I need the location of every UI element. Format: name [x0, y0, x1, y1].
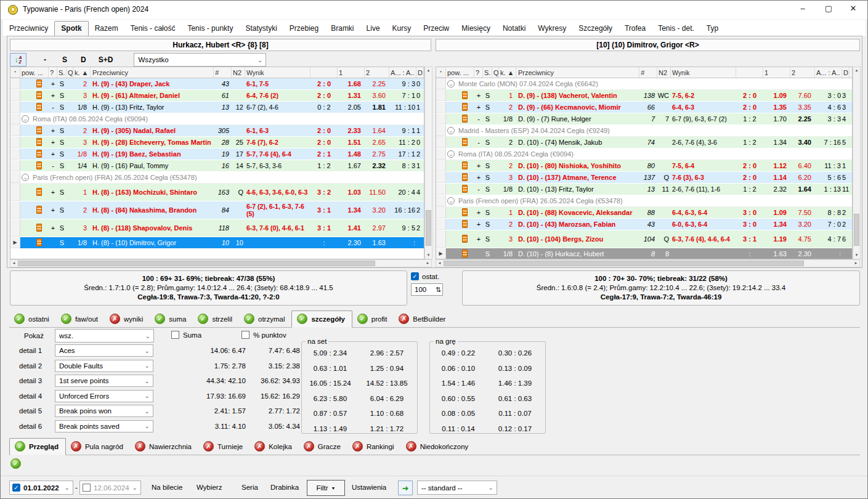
menu-tab-tenis-punkty[interactable]: Tenis - punkty	[181, 22, 239, 36]
tournament-group-row[interactable]: ⌄Madrid - Masters (ESP) 24.04.2024 Cegła…	[436, 125, 852, 137]
menu-tab-wykresy[interactable]: Wykresy	[532, 22, 572, 36]
column-header-s[interactable]: S.	[483, 67, 492, 78]
tournament-group-row[interactable]: ⌄Roma (ITA) 08.05.2024 Cegła (€9094)	[436, 148, 852, 160]
column-header-przeciwnicy[interactable]: Przeciwnicy	[91, 67, 214, 78]
menu-tab-kursy[interactable]: Kursy	[386, 22, 418, 36]
match-row[interactable]: +S2H. (9) - (43) Draper, Jack436-1, 7-52…	[10, 78, 424, 90]
ostat-checkbox-row[interactable]: ✓ ostat.	[411, 272, 460, 280]
match-row[interactable]: -S1/8D. (10) - (13) Fritz, Taylor13112-6…	[436, 184, 852, 195]
spinner-icon[interactable]: ⇅	[436, 286, 441, 294]
bottom-tab-pula-nagród[interactable]: ✗Pula nagród	[66, 439, 130, 455]
detail-stat-select[interactable]: Break points saved⌄	[55, 420, 153, 432]
column-header-1[interactable]: 1	[763, 67, 790, 78]
right-vertical-scrollbar[interactable]: ▲ ▼	[853, 67, 861, 259]
column-header-k[interactable]: k. ▲	[499, 67, 516, 78]
match-row[interactable]: +S3H. (8) - (118) Shapovalov, Denis1186-…	[10, 219, 424, 237]
match-row[interactable]: +S2D. (9) - (66) Kecmanovic, Miomir666-4…	[436, 102, 852, 113]
stats-tab-profit[interactable]: ✓profit	[352, 311, 394, 327]
column-header-d[interactable]: D..	[842, 67, 850, 78]
preset-select[interactable]: -- standard -- ⌄	[417, 481, 497, 495]
menu-tab-spotk[interactable]: Spotk	[54, 21, 88, 36]
menu-tab-przeciwnicy[interactable]: Przeciwnicy	[3, 22, 54, 36]
column-header-[interactable]: ?	[49, 67, 57, 78]
ostat-checkbox[interactable]: ✓	[411, 272, 419, 280]
singles-button[interactable]: S	[59, 55, 71, 64]
match-row[interactable]: -S1/4H. (9) - (16) Paul, Tommy16145-7, 6…	[10, 160, 424, 172]
tournament-group-row[interactable]: ⌄Roma (ITA) 08.05.2024 Cegła (€9094)	[10, 113, 424, 125]
tournament-group-row[interactable]: ⌄Monte Carlo (MON) 07.04.2024 Cegła (€66…	[436, 78, 852, 90]
column-header-pow[interactable]: pow. ...	[446, 67, 474, 78]
ostat-count-input[interactable]: 100 ⇅	[411, 283, 443, 296]
match-filter-select[interactable]: Wszystko ⌄	[134, 53, 266, 67]
menu-tab-bramki[interactable]: Bramki	[325, 22, 360, 36]
match-row[interactable]: +S1D. (10) - (88) Kovacevic, Aleksandar8…	[436, 207, 852, 219]
bottom-tab-kolejka[interactable]: ✗Kolejka	[249, 439, 299, 455]
column-header-wynik[interactable]: Wynik	[671, 67, 736, 78]
stats-tab-otrzymal[interactable]: ✓otrzymal	[239, 311, 291, 327]
export-button[interactable]: ➜	[398, 481, 413, 495]
right-horizontal-scrollbar[interactable]: ◄ ►	[436, 259, 860, 267]
wybierz-button[interactable]: Wybierz	[197, 484, 222, 491]
stats-tab-szczegóły[interactable]: ✓szczegóły	[291, 310, 352, 328]
match-row[interactable]: +S1/8H. (9) - (19) Baez, Sebastian19175-…	[10, 148, 424, 160]
menu-tab-miesięcy[interactable]: Miesięcy	[455, 22, 497, 36]
column-header-k[interactable]: k. ▲	[73, 67, 91, 78]
match-row[interactable]: +S3H. (9) - (28) Etcheverry, Tomas Marti…	[10, 137, 424, 148]
minus-button[interactable]: -	[40, 55, 50, 64]
menu-tab-statystyki[interactable]: Statystyki	[239, 22, 283, 36]
column-header-przeciwnicy[interactable]: Przeciwnicy	[516, 67, 639, 78]
column-header-[interactable]: *	[436, 67, 446, 78]
tournament-group-row[interactable]: ⌄Paris (French open) (FRA) 26.05.2024 Ce…	[10, 172, 424, 184]
bottom-tab-turnieje[interactable]: ✗Turnieje	[198, 439, 249, 455]
column-header-2[interactable]: 2	[365, 67, 389, 78]
match-row[interactable]: +S2H. (8) - (84) Nakashima, Brandon846-7…	[10, 201, 424, 219]
column-header-2[interactable]: 2	[790, 67, 815, 78]
stats-tab-wyniki[interactable]: ✗wyniki	[105, 311, 150, 327]
column-header-[interactable]: #	[639, 67, 657, 78]
match-row[interactable]: ▶S1/8H. (8) - (10) Dimitrov, Grigor1010:…	[10, 237, 424, 249]
column-header-pow[interactable]: pow. ...	[20, 67, 49, 78]
column-header-1[interactable]: 1	[338, 67, 365, 78]
menu-tab-trofea[interactable]: Trofea	[619, 22, 652, 36]
sort-az-button[interactable]: ↓ AZ	[10, 53, 26, 67]
singles-doubles-button[interactable]: S+D	[95, 55, 117, 64]
na-bilecie-button[interactable]: Na bilecie	[152, 484, 183, 491]
date-from-picker[interactable]: ✓ 01.01.2022 ⌄	[9, 481, 73, 495]
tournament-group-row[interactable]: ⌄Paris (French open) (FRA) 26.05.2024 Ce…	[436, 195, 852, 207]
close-button[interactable]: ✕	[844, 4, 862, 13]
suma-checkbox-row[interactable]: Suma	[171, 331, 201, 339]
detail-stat-select[interactable]: Break poins won⌄	[55, 405, 153, 417]
left-horizontal-scrollbar[interactable]: ◄ ►	[10, 259, 432, 267]
detail-stat-select[interactable]: 1st serve points⌄	[55, 375, 153, 387]
match-row[interactable]: +S2H. (9) - (305) Nadal, Rafael3056-1, 6…	[10, 125, 424, 137]
stats-tab-strzelil[interactable]: ✓strzelil	[193, 311, 239, 327]
match-row[interactable]: -S1/8H. (9) - (13) Fritz, Taylor13126-7 …	[10, 102, 424, 113]
match-row[interactable]: +S1D. (9) - (138) Vacherot, Valentin138W…	[436, 90, 852, 102]
column-header-d[interactable]: D..	[416, 67, 424, 78]
column-header-n2[interactable]: N2	[657, 67, 671, 78]
match-row[interactable]: +S1H. (8) - (163) Mochizuki, Shintaro163…	[10, 184, 424, 201]
stats-tab-suma[interactable]: ✓suma	[150, 311, 193, 327]
stats-tab-faw-out[interactable]: ✓faw/out	[56, 311, 105, 327]
menu-tab-przebieg[interactable]: Przebieg	[283, 22, 325, 36]
left-vertical-scrollbar[interactable]: ▲ ▼	[424, 67, 432, 259]
suma-checkbox[interactable]	[171, 331, 179, 339]
filtr-button[interactable]: Filtr ▼	[307, 480, 345, 496]
match-row[interactable]: +S3D. (10) - (104) Bergs, Zizou104Q6-3, …	[436, 230, 852, 248]
pokaz-select[interactable]: wsz. ⌄	[55, 329, 154, 343]
check-icon[interactable]: ✓	[10, 458, 21, 469]
column-header-n2[interactable]: N2	[232, 67, 245, 78]
column-header-10[interactable]	[736, 67, 763, 78]
maximize-button[interactable]: ▢	[819, 4, 838, 13]
bottom-tab-gracze[interactable]: ✗Gracze	[299, 439, 347, 455]
ustawienia-button[interactable]: Ustawienia	[352, 484, 386, 491]
stats-tab-ostatni[interactable]: ✓ostatni	[9, 311, 56, 327]
detail-stat-select[interactable]: Double Faults⌄	[55, 360, 153, 372]
punktov-checkbox[interactable]	[241, 331, 249, 339]
column-header-a-a[interactable]: A... : A..	[389, 67, 416, 78]
column-header-[interactable]: #	[214, 67, 232, 78]
bottom-tab-przegląd[interactable]: ✓Przegląd	[9, 438, 66, 455]
column-header-q[interactable]: Q	[492, 67, 499, 78]
date-to-checkbox[interactable]	[83, 484, 91, 492]
bottom-tab-nawierzchnia[interactable]: ✗Nawierzchnia	[130, 439, 198, 455]
